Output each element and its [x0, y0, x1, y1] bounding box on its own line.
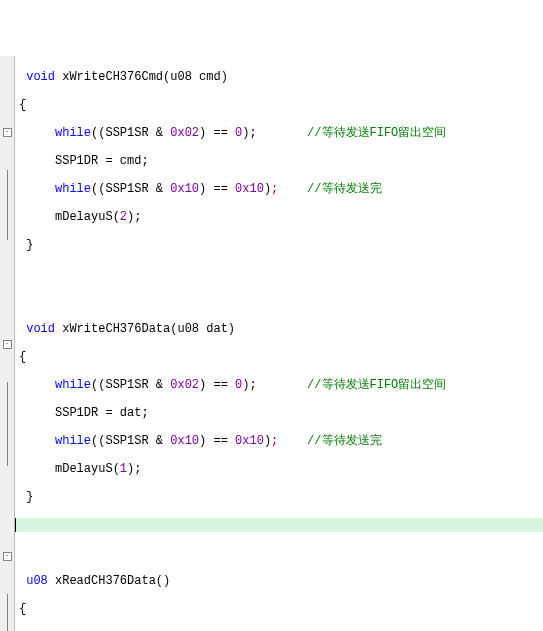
- code-line[interactable]: {: [19, 602, 543, 616]
- code-line[interactable]: void xWriteCH376Cmd(u08 cmd): [19, 70, 543, 84]
- comment: //等待发送FIFO留出空间: [307, 378, 446, 392]
- code-area[interactable]: void xWriteCH376Cmd(u08 cmd) { while((SS…: [15, 56, 543, 631]
- code-line[interactable]: {: [19, 98, 543, 112]
- code-line[interactable]: [19, 546, 543, 560]
- code-line[interactable]: }: [19, 490, 543, 504]
- fold-gutter: - - - - - - -: [0, 56, 15, 631]
- code-line[interactable]: while((SSP1SR & 0x02) == 0); //等待发送FIFO留…: [19, 126, 543, 140]
- code-line[interactable]: while((SSP1SR & 0x10) == 0x10); //等待发送完: [19, 182, 543, 196]
- code-line[interactable]: while((SSP1SR & 0x02) == 0); //等待发送FIFO留…: [19, 378, 543, 392]
- code-line[interactable]: mDelayuS(1);: [19, 462, 543, 476]
- code-line[interactable]: [19, 266, 543, 280]
- comment: //等待发送完: [307, 434, 381, 448]
- highlighted-line[interactable]: [15, 518, 543, 532]
- fold-toggle-icon[interactable]: -: [3, 340, 12, 349]
- code-line[interactable]: u08 xReadCH376Data(): [19, 574, 543, 588]
- code-line[interactable]: while((SSP1SR & 0x10) == 0x10); //等待发送完: [19, 434, 543, 448]
- comment: //等待发送完: [307, 182, 381, 196]
- code-line[interactable]: [19, 294, 543, 308]
- code-line[interactable]: mDelayuS(2);: [19, 210, 543, 224]
- fold-toggle-icon[interactable]: -: [3, 128, 12, 137]
- code-editor[interactable]: - - - - - - - void xWriteCH376Cmd(u08 cm…: [0, 56, 543, 631]
- code-line[interactable]: {: [19, 350, 543, 364]
- code-line[interactable]: SSP1DR = dat;: [19, 406, 543, 420]
- code-line[interactable]: }: [19, 238, 543, 252]
- comment: //等待发送FIFO留出空间: [307, 126, 446, 140]
- fold-toggle-icon[interactable]: -: [3, 552, 12, 561]
- code-line[interactable]: SSP1DR = cmd;: [19, 154, 543, 168]
- code-line[interactable]: void xWriteCH376Data(u08 dat): [19, 322, 543, 336]
